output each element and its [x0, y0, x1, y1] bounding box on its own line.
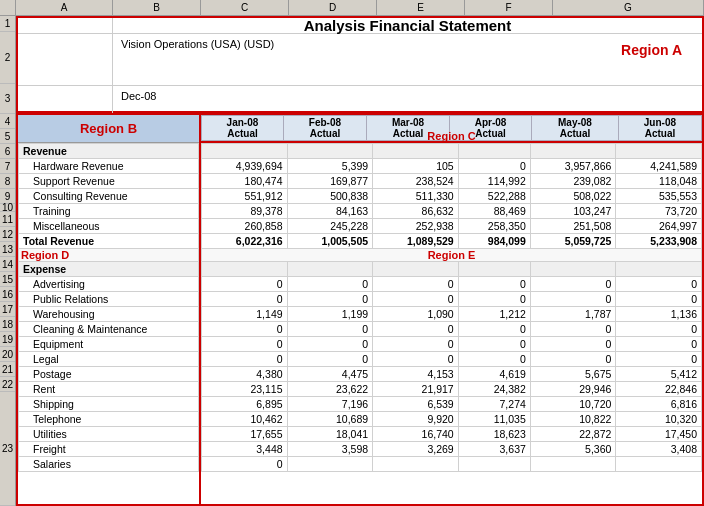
data-rent-may: 29,946 [530, 382, 616, 397]
month-header-jan: Jan-08Actual [202, 116, 284, 141]
data-totalrev-mar: 1,089,529 [373, 234, 459, 249]
data-row-equipment: 0 0 0 0 0 0 [202, 337, 702, 352]
label-rent: Rent [19, 382, 199, 397]
corner-cell [0, 0, 16, 15]
data-adv-apr: 0 [458, 277, 530, 292]
data-tel-feb: 10,689 [287, 412, 373, 427]
row-num-13: 13 [0, 242, 15, 257]
data-hardware-mar: 105 [373, 159, 459, 174]
data-adv-jun: 0 [616, 277, 702, 292]
data-cell [530, 262, 616, 277]
data-cell [373, 262, 459, 277]
data-util-jan: 17,655 [202, 427, 288, 442]
data-wh-mar: 1,090 [373, 307, 459, 322]
data-sal-jan: 0 [202, 457, 288, 472]
data-freight-mar: 3,269 [373, 442, 459, 457]
data-row-cleaning: 0 0 0 0 0 0 [202, 322, 702, 337]
label-row-consulting: Consulting Revenue [19, 189, 199, 204]
region-ce: Region C Jan-08Actual Feb-08Actual Mar-0… [199, 113, 704, 506]
data-rent-feb: 23,622 [287, 382, 373, 397]
label-telephone: Telephone [19, 412, 199, 427]
subtitle: Vision Operations (USA) (USD) [121, 38, 694, 50]
data-support-jun: 118,048 [616, 174, 702, 189]
data-wh-may: 1,787 [530, 307, 616, 322]
data-totalrev-jun: 5,233,908 [616, 234, 702, 249]
data-freight-may: 5,360 [530, 442, 616, 457]
data-pr-may: 0 [530, 292, 616, 307]
row-num-17: 17 [0, 302, 15, 317]
label-cleaning: Cleaning & Maintenance [19, 322, 199, 337]
label-row-postage: Postage [19, 367, 199, 382]
row-num-11: 11 [0, 212, 15, 227]
data-hardware-apr: 0 [458, 159, 530, 174]
label-row-equipment: Equipment [19, 337, 199, 352]
data-adv-feb: 0 [287, 277, 373, 292]
data-hardware-jun: 4,241,589 [616, 159, 702, 174]
label-utilities: Utilities [19, 427, 199, 442]
data-ship-jun: 6,816 [616, 397, 702, 412]
data-row-public-relations: 0 0 0 0 0 0 [202, 292, 702, 307]
data-ship-mar: 6,539 [373, 397, 459, 412]
data-rent-apr: 24,382 [458, 382, 530, 397]
row-num-6: 6 [0, 144, 15, 159]
label-row-rent: Rent [19, 382, 199, 397]
data-wh-jan: 1,149 [202, 307, 288, 322]
label-row-shipping: Shipping [19, 397, 199, 412]
data-freight-apr: 3,637 [458, 442, 530, 457]
data-cell [458, 144, 530, 159]
data-consulting-feb: 500,838 [287, 189, 373, 204]
data-support-may: 239,082 [530, 174, 616, 189]
data-pr-apr: 0 [458, 292, 530, 307]
row-numbers: 1 2 3 4 5 6 7 8 9 10 11 12 13 14 15 16 1… [0, 16, 16, 506]
col-c-header: C [201, 0, 289, 15]
data-post-jun: 5,412 [616, 367, 702, 382]
data-row-blank: Region E [202, 249, 702, 262]
data-consulting-jan: 551,912 [202, 189, 288, 204]
data-pr-jun: 0 [616, 292, 702, 307]
data-training-mar: 86,632 [373, 204, 459, 219]
data-sal-apr [458, 457, 530, 472]
content-area: Analysis Financial Statement Vision Oper… [16, 16, 704, 506]
data-freight-jan: 3,448 [202, 442, 288, 457]
main-area: 1 2 3 4 5 6 7 8 9 10 11 12 13 14 15 16 1… [0, 16, 704, 506]
row-num-1: 1 [0, 16, 15, 32]
label-row-legal: Legal [19, 352, 199, 367]
row-num-18: 18 [0, 317, 15, 332]
label-row-advertising: Advertising [19, 277, 199, 292]
row-num-22: 22 [0, 377, 15, 392]
data-equip-jun: 0 [616, 337, 702, 352]
data-cell [458, 262, 530, 277]
data-training-apr: 88,469 [458, 204, 530, 219]
col-a-header: A [16, 0, 113, 15]
region-a-label: Region A [621, 42, 682, 58]
label-pane: Revenue Hardware Revenue Support Revenue… [18, 143, 199, 504]
row-num-15: 15 [0, 272, 15, 287]
data-equip-jan: 0 [202, 337, 288, 352]
data-pr-jan: 0 [202, 292, 288, 307]
data-row-advertising: 0 0 0 0 0 0 [202, 277, 702, 292]
month-header-may: May-08Actual [532, 116, 619, 141]
data-freight-jun: 3,408 [616, 442, 702, 457]
data-row-shipping: 6,895 7,196 6,539 7,274 10,720 6,816 [202, 397, 702, 412]
data-cell [373, 144, 459, 159]
data-table: 4,939,694 5,399 105 0 3,957,866 4,241,58… [201, 143, 702, 472]
data-cell [530, 144, 616, 159]
data-util-apr: 18,623 [458, 427, 530, 442]
data-consulting-jun: 535,553 [616, 189, 702, 204]
col-b-header: B [113, 0, 201, 15]
data-cell [287, 144, 373, 159]
region-b-label: Region B [80, 121, 137, 136]
label-salaries: Salaries [19, 457, 199, 472]
row-num-4: 4 [0, 114, 15, 129]
data-clean-jun: 0 [616, 322, 702, 337]
label-consulting-revenue: Consulting Revenue [19, 189, 199, 204]
region-b: Region B Revenue Hardware Revenue [16, 113, 201, 506]
data-ship-jan: 6,895 [202, 397, 288, 412]
label-revenue: Revenue [19, 144, 199, 159]
data-sal-feb [287, 457, 373, 472]
report-date: Dec-08 [121, 90, 694, 102]
data-consulting-mar: 511,330 [373, 189, 459, 204]
data-row-expense-header [202, 262, 702, 277]
data-equip-mar: 0 [373, 337, 459, 352]
data-row-total-revenue: 6,022,316 1,005,505 1,089,529 984,099 5,… [202, 234, 702, 249]
